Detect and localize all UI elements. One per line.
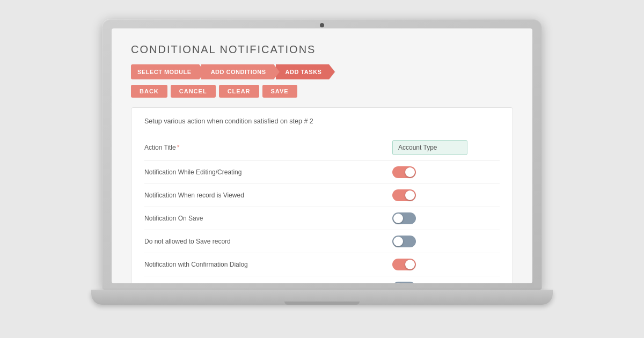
form-card-title: Setup various action when condition sati… xyxy=(144,117,500,125)
notification-editing-row: Notification While Editing/Creating xyxy=(144,161,500,184)
notification-confirmation-toggle[interactable] xyxy=(392,259,416,270)
step-add-tasks[interactable]: Add Tasks xyxy=(276,64,330,79)
clear-button[interactable]: CLEAR xyxy=(219,85,259,98)
notification-duplicate-control xyxy=(392,282,500,283)
notification-editing-toggle[interactable] xyxy=(392,166,416,178)
toggle-knob xyxy=(393,237,403,246)
notification-save-row: Notification On Save xyxy=(144,207,500,230)
notification-editing-label: Notification While Editing/Creating xyxy=(144,168,392,176)
cancel-button[interactable]: CANCEL xyxy=(171,85,216,98)
notification-confirmation-label: Notification with Confirmation Dialog xyxy=(144,261,392,268)
notification-confirmation-row: Notification with Confirmation Dialog xyxy=(144,253,500,276)
no-save-toggle[interactable] xyxy=(392,236,416,247)
step-select-module[interactable]: Select Module xyxy=(131,64,199,79)
step-add-conditions[interactable]: Add Conditions xyxy=(201,64,274,79)
notification-save-control xyxy=(392,212,500,224)
action-title-label: Action Title* xyxy=(144,144,392,151)
notification-viewed-row: Notification When record is Viewed xyxy=(144,184,500,207)
notification-viewed-toggle[interactable] xyxy=(392,189,416,201)
notification-editing-control xyxy=(392,166,500,178)
steps-breadcrumb: Select Module Add Conditions Add Tasks xyxy=(131,64,513,79)
notification-confirmation-control xyxy=(392,259,500,270)
no-save-label: Do not allowed to Save record xyxy=(144,238,392,245)
back-button[interactable]: BACK xyxy=(131,85,167,98)
notification-save-label: Notification On Save xyxy=(144,215,392,222)
page-title: CONDITIONAL NOTIFICATIONS xyxy=(131,43,513,56)
notification-duplicate-toggle[interactable] xyxy=(392,282,416,283)
notification-save-toggle[interactable] xyxy=(392,212,416,224)
action-title-input[interactable] xyxy=(392,140,467,155)
toggle-knob xyxy=(405,190,415,200)
no-save-row: Do not allowed to Save record xyxy=(144,230,500,253)
notification-duplicate-row: Notification When record is Duplicate xyxy=(144,276,500,283)
screen-content: CONDITIONAL NOTIFICATIONS Select Module … xyxy=(112,28,532,283)
action-title-row: Action Title* xyxy=(144,135,500,161)
action-title-control xyxy=(392,140,500,155)
toggle-knob xyxy=(393,283,403,283)
laptop-container: CONDITIONAL NOTIFICATIONS Select Module … xyxy=(91,19,553,319)
no-save-control xyxy=(392,236,500,247)
webcam xyxy=(320,23,324,27)
laptop-screen: CONDITIONAL NOTIFICATIONS Select Module … xyxy=(112,28,532,283)
toggle-knob xyxy=(405,260,415,269)
required-star: * xyxy=(177,144,180,151)
toggle-knob xyxy=(393,214,403,223)
save-button[interactable]: SAVE xyxy=(262,85,297,98)
laptop-base xyxy=(91,290,553,305)
laptop-bezel: CONDITIONAL NOTIFICATIONS Select Module … xyxy=(102,19,542,290)
toggle-knob xyxy=(405,167,415,177)
notification-viewed-control xyxy=(392,189,500,201)
notification-viewed-label: Notification When record is Viewed xyxy=(144,192,392,199)
form-card: Setup various action when condition sati… xyxy=(131,107,513,283)
action-buttons-bar: BACK CANCEL CLEAR SAVE xyxy=(131,85,513,98)
